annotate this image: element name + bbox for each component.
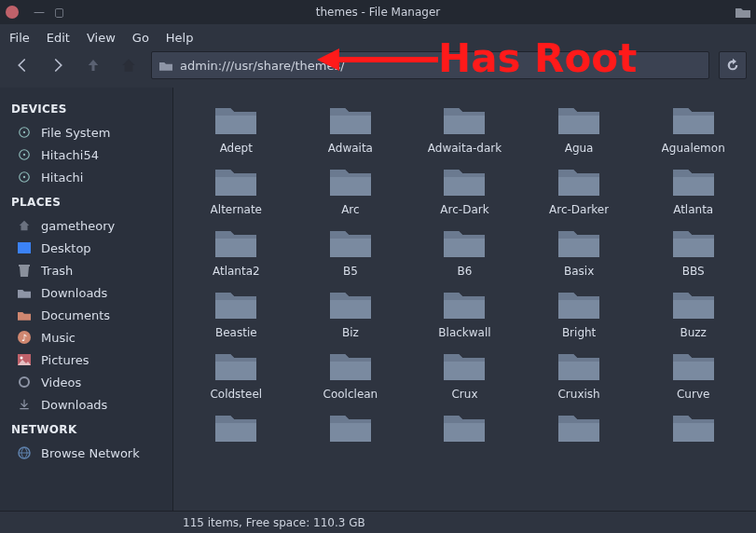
sidebar-item-file-system[interactable]: File System (0, 121, 172, 144)
menu-go[interactable]: Go (132, 31, 149, 45)
disk-icon (17, 170, 32, 184)
folder-label: Buzz (680, 326, 706, 339)
folder-item-crux[interactable]: Crux (409, 347, 520, 403)
window-maximize-button[interactable]: ▢ (54, 6, 64, 19)
up-button[interactable] (80, 52, 106, 78)
svg-rect-6 (18, 242, 31, 253)
back-button[interactable] (9, 52, 35, 78)
sidebar-item-label: Desktop (41, 241, 91, 255)
folder-icon (328, 410, 373, 449)
sidebar-item-label: File System (41, 126, 110, 140)
sidebar-item-music[interactable]: ♪Music (0, 326, 172, 348)
window-title: themes - File Manager (0, 6, 756, 19)
disk-icon (17, 125, 32, 140)
folder-icon (442, 287, 487, 326)
folder-item[interactable] (638, 408, 749, 451)
folder-icon (213, 287, 258, 326)
sidebar-item-documents[interactable]: Documents (0, 304, 172, 326)
window-close-button[interactable] (6, 6, 19, 19)
folder-icon (557, 226, 601, 265)
folder-label: Arc-Darker (549, 203, 609, 216)
folder-item[interactable] (296, 408, 406, 451)
refresh-button[interactable] (719, 51, 747, 79)
folder-item-biz[interactable]: Biz (296, 285, 406, 341)
folder-item-atlanta[interactable]: Atlanta (638, 162, 749, 218)
toolbar: admin:///usr/share/themes/ (0, 50, 756, 88)
svg-text:♪: ♪ (21, 333, 27, 343)
folder-icon (557, 410, 601, 449)
folder-item-arc[interactable]: Arc (296, 162, 406, 218)
sidebar-item-desktop[interactable]: Desktop (0, 237, 172, 259)
folder-icon (442, 348, 487, 388)
sidebar-item-browse-network[interactable]: Browse Network (0, 442, 172, 464)
globe-icon (17, 445, 32, 460)
folder-label: Atlanta (673, 203, 713, 216)
folder-label: Adwaita-dark (428, 142, 502, 155)
folder-label: Cruxish (557, 388, 599, 401)
sidebar-header-network: NETWORK (0, 416, 172, 442)
downloads2-icon (17, 397, 32, 412)
folder-item-b6[interactable]: B6 (409, 224, 520, 280)
folder-item-alternate[interactable]: Alternate (181, 162, 292, 218)
folder-icon (213, 348, 258, 388)
folder-item-cruxish[interactable]: Cruxish (524, 347, 635, 403)
sidebar-item-label: Downloads (41, 286, 107, 300)
folder-item-beastie[interactable]: Beastie (181, 285, 292, 341)
folder-item-arc-darker[interactable]: Arc-Darker (524, 162, 635, 218)
folder-label: Adwaita (328, 142, 373, 155)
sidebar-item-label: Videos (41, 376, 81, 390)
sidebar-item-hitachi[interactable]: Hitachi (0, 166, 172, 188)
folder-item-agualemon[interactable]: Agualemon (638, 101, 749, 157)
folder-item-coolclean[interactable]: Coolclean (296, 347, 406, 403)
folder-item[interactable] (524, 408, 635, 451)
folder-item-arc-dark[interactable]: Arc-Dark (409, 162, 520, 218)
title-bar: — ▢ themes - File Manager (0, 0, 756, 24)
svg-point-5 (23, 176, 25, 178)
sidebar-item-label: Browse Network (41, 446, 140, 460)
menu-edit[interactable]: Edit (47, 31, 70, 45)
folder-item-adwaita[interactable]: Adwaita (296, 101, 406, 157)
folder-item-basix[interactable]: Basix (524, 224, 635, 280)
folder-item-agua[interactable]: Agua (524, 101, 635, 157)
sidebar-item-trash[interactable]: Trash (0, 259, 172, 281)
menu-view[interactable]: View (87, 31, 116, 45)
home-button[interactable] (116, 52, 142, 78)
folder-item-curve[interactable]: Curve (638, 347, 749, 403)
folder-item-buzz[interactable]: Buzz (638, 285, 749, 341)
path-text: admin:///usr/share/themes/ (180, 59, 345, 73)
sidebar-item-gametheory[interactable]: gametheory (0, 214, 172, 237)
folder-titlebar-icon (735, 7, 750, 18)
folder-item-adwaita-dark[interactable]: Adwaita-dark (409, 101, 520, 157)
folder-icon (671, 226, 716, 265)
folder-item-bright[interactable]: Bright (524, 285, 635, 341)
content-area[interactable]: AdeptAdwaitaAdwaita-darkAguaAgualemonAlt… (173, 88, 756, 511)
folder-icon (671, 102, 716, 142)
folder-icon (557, 164, 601, 203)
sidebar-item-hitachi54[interactable]: Hitachi54 (0, 144, 172, 166)
folder-item-atlanta2[interactable]: Atlanta2 (181, 224, 292, 280)
folder-label: Arc (341, 203, 359, 216)
folder-item-coldsteel[interactable]: Coldsteel (181, 347, 292, 403)
sidebar-item-downloads[interactable]: Downloads (0, 281, 172, 304)
folder-item-adept[interactable]: Adept (181, 101, 292, 157)
folder-item-b5[interactable]: B5 (296, 224, 406, 280)
sidebar-item-downloads[interactable]: Downloads (0, 393, 172, 416)
sidebar-item-videos[interactable]: Videos (0, 371, 172, 393)
folder-icon (328, 287, 373, 326)
folder-item-bbs[interactable]: BBS (638, 224, 749, 280)
folder-label: Biz (342, 326, 359, 339)
folder-item-blackwall[interactable]: Blackwall (409, 285, 520, 341)
path-input[interactable]: admin:///usr/share/themes/ (151, 51, 709, 79)
sidebar-item-pictures[interactable]: Pictures (0, 348, 172, 371)
menu-file[interactable]: File (9, 31, 30, 45)
folder-label: B6 (458, 265, 473, 278)
folder-item[interactable] (181, 408, 292, 451)
forward-button[interactable] (45, 52, 71, 78)
folder-label: Alternate (211, 203, 262, 216)
menu-help[interactable]: Help (166, 31, 194, 45)
menu-bar: File Edit View Go Help (0, 24, 756, 50)
folder-icon (442, 226, 487, 265)
window-minimize-button[interactable]: — (34, 6, 45, 19)
folder-item[interactable] (409, 408, 520, 451)
folder-label: Curve (677, 388, 709, 401)
